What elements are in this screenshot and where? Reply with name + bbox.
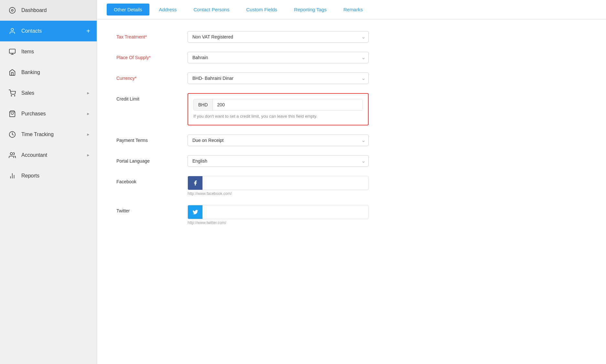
tab-remarks[interactable]: Remarks [336, 4, 370, 16]
sidebar-label-accountant: Accountant [21, 152, 47, 158]
sidebar-label-purchases: Purchases [21, 111, 46, 117]
sidebar-item-dashboard[interactable]: Dashboard [0, 0, 97, 21]
currency-label: Currency* [116, 72, 188, 81]
dashboard-icon [8, 6, 17, 15]
sales-icon [8, 89, 17, 98]
facebook-hint: http://www.facebook.com/ [188, 191, 369, 196]
tax-treatment-select[interactable]: Non VAT Registered VAT Registered VAT Un… [188, 31, 369, 43]
purchases-chevron-icon: ► [86, 112, 90, 116]
tax-treatment-row: Tax Treatment* Non VAT Registered VAT Re… [116, 31, 587, 43]
sidebar-item-accountant[interactable]: Accountant ► [0, 145, 97, 166]
contacts-add-button[interactable]: + [86, 27, 90, 35]
credit-limit-row: Credit Limit BHD If you don't want to se… [116, 93, 587, 125]
currency-row: Currency* BHD- Bahraini Dinar USD- US Do… [116, 72, 587, 84]
banking-icon [8, 68, 17, 77]
currency-select-wrapper: BHD- Bahraini Dinar USD- US Dollar EUR- … [188, 72, 369, 84]
place-of-supply-row: Place Of Supply* Bahrain Kuwait UAE Saud… [116, 52, 587, 63]
main-content: Other Details Address Contact Persons Cu… [97, 0, 606, 364]
place-of-supply-select-wrapper: Bahrain Kuwait UAE Saudi Arabia Oman Qat… [188, 52, 369, 63]
portal-language-row: Portal Language English Arabic French ⌵ [116, 155, 587, 167]
sidebar-label-reports: Reports [21, 173, 39, 179]
facebook-label: Facebook [116, 176, 188, 184]
tab-other-details[interactable]: Other Details [107, 4, 149, 16]
facebook-icon [188, 176, 203, 190]
sidebar-item-banking[interactable]: Banking [0, 62, 97, 83]
portal-language-select[interactable]: English Arabic French [188, 155, 369, 167]
svg-point-5 [14, 95, 15, 96]
payment-terms-label: Payment Terms [116, 134, 188, 143]
svg-point-2 [11, 28, 13, 31]
sidebar-item-reports[interactable]: Reports [0, 166, 97, 186]
svg-rect-3 [9, 49, 15, 53]
twitter-control: http://www.twitter.com/ [188, 205, 369, 225]
place-of-supply-control: Bahrain Kuwait UAE Saudi Arabia Oman Qat… [188, 52, 369, 63]
purchases-icon [8, 109, 17, 118]
sales-chevron-icon: ► [86, 91, 90, 95]
portal-language-label: Portal Language [116, 155, 188, 164]
accountant-icon [8, 151, 17, 160]
facebook-input-row [188, 176, 369, 190]
twitter-icon [188, 205, 203, 219]
facebook-row: Facebook http://www.facebook.com/ [116, 176, 587, 196]
sidebar-label-time-tracking: Time Tracking [21, 132, 54, 137]
currency-select[interactable]: BHD- Bahraini Dinar USD- US Dollar EUR- … [188, 72, 369, 84]
sidebar-item-purchases[interactable]: Purchases ► [0, 103, 97, 124]
tab-custom-fields[interactable]: Custom Fields [239, 4, 284, 16]
twitter-input[interactable] [203, 207, 368, 218]
sidebar-item-time-tracking[interactable]: Time Tracking ► [0, 124, 97, 145]
credit-limit-input-row: BHD [193, 99, 363, 111]
credit-limit-box: BHD If you don't want to set a credit li… [188, 93, 369, 125]
tab-contact-persons[interactable]: Contact Persons [187, 4, 237, 16]
sidebar-item-contacts[interactable]: Contacts + [0, 21, 97, 41]
sidebar-label-sales: Sales [21, 90, 34, 96]
credit-limit-control: BHD If you don't want to set a credit li… [188, 93, 369, 125]
sidebar-label-items: Items [21, 49, 34, 55]
sidebar: Dashboard Contacts + Items Banking Sales… [0, 0, 97, 364]
svg-point-8 [10, 153, 13, 155]
twitter-row: Twitter http://www.twitter.com/ [116, 205, 587, 225]
tabs: Other Details Address Contact Persons Cu… [107, 4, 370, 16]
svg-point-0 [9, 7, 15, 13]
tax-treatment-control: Non VAT Registered VAT Registered VAT Un… [188, 31, 369, 43]
svg-point-4 [11, 95, 12, 96]
contacts-icon [8, 27, 17, 36]
twitter-input-row [188, 205, 369, 219]
items-icon [8, 47, 17, 56]
time-tracking-icon [8, 130, 17, 139]
twitter-hint: http://www.twitter.com/ [188, 220, 369, 225]
credit-limit-input[interactable] [213, 99, 363, 110]
sidebar-item-items[interactable]: Items [0, 41, 97, 62]
payment-terms-select[interactable]: Due on Receipt Net 15 Net 30 Net 45 Net … [188, 134, 369, 146]
sidebar-label-banking: Banking [21, 70, 40, 75]
portal-language-control: English Arabic French ⌵ [188, 155, 369, 167]
reports-icon [8, 171, 17, 180]
credit-currency-code: BHD [194, 99, 213, 110]
place-of-supply-select[interactable]: Bahrain Kuwait UAE Saudi Arabia Oman Qat… [188, 52, 369, 63]
payment-terms-control: Due on Receipt Net 15 Net 30 Net 45 Net … [188, 134, 369, 146]
facebook-input[interactable] [203, 177, 368, 188]
tax-treatment-select-wrapper: Non VAT Registered VAT Registered VAT Un… [188, 31, 369, 43]
svg-point-1 [11, 9, 13, 11]
accountant-chevron-icon: ► [86, 153, 90, 157]
tab-reporting-tags[interactable]: Reporting Tags [287, 4, 334, 16]
currency-control: BHD- Bahraini Dinar USD- US Dollar EUR- … [188, 72, 369, 84]
twitter-label: Twitter [116, 205, 188, 213]
payment-terms-select-wrapper: Due on Receipt Net 15 Net 30 Net 45 Net … [188, 134, 369, 146]
facebook-control: http://www.facebook.com/ [188, 176, 369, 196]
place-of-supply-label: Place Of Supply* [116, 52, 188, 60]
sidebar-label-contacts: Contacts [21, 28, 42, 34]
tab-address[interactable]: Address [152, 4, 184, 16]
sidebar-label-dashboard: Dashboard [21, 7, 47, 13]
sidebar-item-sales[interactable]: Sales ► [0, 83, 97, 103]
portal-language-select-wrapper: English Arabic French ⌵ [188, 155, 369, 167]
top-bar: Other Details Address Contact Persons Cu… [97, 0, 606, 19]
credit-limit-hint: If you don't want to set a credit limit,… [193, 113, 363, 120]
payment-terms-row: Payment Terms Due on Receipt Net 15 Net … [116, 134, 587, 146]
time-tracking-chevron-icon: ► [86, 132, 90, 137]
form-area: Tax Treatment* Non VAT Registered VAT Re… [97, 19, 606, 364]
credit-limit-label: Credit Limit [116, 93, 188, 102]
tax-treatment-label: Tax Treatment* [116, 31, 188, 39]
